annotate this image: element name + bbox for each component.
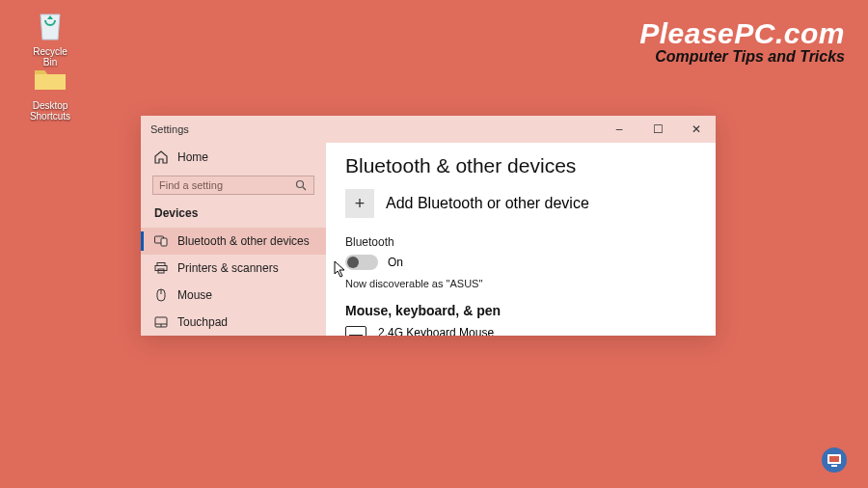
sidebar-item-label: Bluetooth & other devices [177,234,310,248]
toggle-knob [347,257,359,268]
svg-rect-2 [831,465,837,467]
sidebar-item-label: Printers & scanners [177,261,279,275]
maximize-button[interactable]: ☐ [638,116,677,143]
desktop-icon-shortcuts[interactable]: Desktop Shortcuts [25,60,75,122]
search-box[interactable] [152,176,314,195]
add-device-label: Add Bluetooth or other device [386,195,589,212]
svg-point-3 [297,181,304,188]
sidebar-item-printers[interactable]: Printers & scanners [141,255,326,282]
sidebar-item-label: Touchpad [177,315,228,329]
watermark: PleasePC.com Computer Tips and Tricks [639,17,845,66]
printer-icon [154,261,168,275]
minimize-button[interactable]: – [600,116,638,143]
add-device-button[interactable]: + Add Bluetooth or other device [345,189,696,218]
sidebar-item-mouse[interactable]: Mouse [141,282,326,309]
sidebar-item-label: Mouse [177,288,212,302]
svg-rect-1 [829,456,839,462]
device-name: 2.4G Keyboard Mouse [378,326,494,336]
home-icon [154,150,168,164]
mouse-icon [154,288,168,302]
devices-icon [154,234,168,248]
discoverable-text: Now discoverable as "ASUS" [345,278,696,289]
bluetooth-toggle-state: On [388,256,403,269]
titlebar[interactable]: Settings – ☐ ✕ [141,116,716,143]
recycle-bin-icon [31,6,69,44]
search-input[interactable] [159,179,294,191]
plus-icon: + [345,189,374,218]
bluetooth-label: Bluetooth [345,235,696,249]
nav-home-label: Home [177,150,208,164]
tray-icon[interactable] [822,447,847,473]
search-icon [294,178,308,192]
folder-icon [31,60,69,98]
window-title: Settings [141,123,600,135]
svg-rect-6 [161,238,167,246]
main-panel: Bluetooth & other devices + Add Bluetoot… [326,143,716,336]
settings-window: Settings – ☐ ✕ Home Devices [141,116,716,336]
svg-rect-8 [155,266,167,271]
device-row[interactable]: 2.4G Keyboard Mouse [345,326,696,336]
touchpad-icon [154,315,168,329]
sidebar-item-bluetooth[interactable]: Bluetooth & other devices [141,228,326,255]
page-title: Bluetooth & other devices [345,154,696,177]
sidebar-category: Devices [141,204,326,228]
svg-line-4 [303,187,306,190]
close-button[interactable]: ✕ [677,116,716,143]
nav-home[interactable]: Home [141,143,326,172]
watermark-title: PleasePC.com [639,17,845,50]
watermark-subtitle: Computer Tips and Tricks [639,48,845,66]
keyboard-icon [345,326,366,336]
desktop-icon-label: Desktop Shortcuts [25,100,75,122]
sidebar-item-touchpad[interactable]: Touchpad [141,309,326,336]
cursor-icon [334,260,347,278]
section-heading: Mouse, keyboard, & pen [345,303,696,318]
bluetooth-toggle[interactable] [345,255,378,270]
desktop-icon-recycle-bin[interactable]: Recycle Bin [25,6,75,68]
sidebar: Home Devices Bluetooth & other devices [141,143,326,336]
